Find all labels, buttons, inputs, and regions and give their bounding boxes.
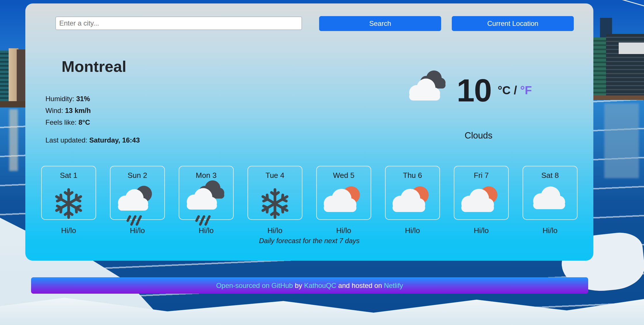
search-button[interactable]: Search	[319, 16, 441, 31]
footer-link[interactable]: Open-sourced on GitHub	[216, 282, 293, 290]
background-building	[592, 37, 607, 95]
background-reflection	[9, 109, 18, 171]
wind-line: Wind: 13 km/h	[45, 107, 91, 115]
background-building	[17, 49, 26, 106]
background-shoreline	[592, 95, 644, 100]
forecast-hilo: Hi/lo	[405, 226, 420, 235]
forecast-hilo: Hi/lo	[336, 226, 351, 235]
forecast-day-label: Sun 2	[128, 171, 147, 180]
forecast-hilo: Hi/lo	[61, 226, 76, 235]
humidity-value: 31%	[76, 95, 90, 103]
wind-label: Wind:	[45, 107, 65, 114]
forecast-card: Mon 3 Hi/lo	[179, 166, 234, 220]
background-building	[619, 43, 644, 54]
background-shoreline	[0, 101, 26, 107]
forecast-card: Sat 1Hi/lo	[41, 166, 96, 220]
footer-link[interactable]: Netlify	[384, 282, 403, 290]
forecast-card: Fri 7 Hi/lo	[454, 166, 509, 220]
forecast-hilo: Hi/lo	[130, 226, 145, 235]
humidity-line: Humidity: 31%	[45, 95, 91, 103]
search-input[interactable]	[56, 17, 302, 30]
forecast-card: Tue 4Hi/lo	[247, 166, 302, 220]
footer-bar: Open-sourced on GitHub by KathouQC and h…	[31, 277, 588, 294]
forecast-row: Sat 1Hi/loSun 2 Hi/loMon 3 Hi/loTue 4Hi/…	[25, 166, 593, 220]
humidity-label: Humidity:	[45, 95, 76, 103]
feels-like-line: Feels like: 8°C	[45, 118, 91, 126]
forecast-hilo: Hi/lo	[267, 226, 282, 235]
forecast-hilo: Hi/lo	[542, 226, 557, 235]
rain-dark-sun-icon	[110, 180, 164, 226]
snow-icon	[248, 180, 302, 226]
city-name: Montreal	[62, 57, 126, 75]
forecast-card: Sat 8 Hi/lo	[523, 166, 578, 220]
footer-text: by	[293, 282, 304, 290]
forecast-card: Sun 2 Hi/lo	[110, 166, 165, 220]
forecast-card: Wed 5 Hi/lo	[316, 166, 371, 220]
weather-condition: Clouds	[434, 130, 523, 141]
forecast-day-label: Sat 1	[60, 171, 77, 180]
forecast-day-label: Thu 6	[403, 171, 422, 180]
forecast-day-label: Fri 7	[474, 171, 489, 180]
snow-icon	[42, 180, 96, 226]
last-updated-value: Saturday, 16:43	[89, 136, 140, 144]
broken-clouds-icon	[399, 70, 453, 110]
forecast-hilo: Hi/lo	[474, 226, 489, 235]
forecast-day-label: Sat 8	[541, 171, 559, 180]
current-conditions: 10 °C / °F	[399, 70, 532, 110]
forecast-day-label: Mon 3	[196, 171, 216, 180]
weather-panel: Search Current Location Montreal Humidit…	[25, 3, 593, 261]
unit-fahrenheit[interactable]: °F	[520, 84, 532, 97]
feels-like-label: Feels like:	[45, 118, 79, 126]
sun-cloud-icon	[454, 180, 508, 226]
sun-cloud-icon	[386, 180, 439, 226]
last-updated-line: Last updated: Saturday, 16:43	[45, 136, 140, 144]
sun-cloud-icon	[317, 180, 371, 226]
wind-value: 13 km/h	[65, 107, 91, 114]
footer-link[interactable]: KathouQC	[304, 282, 336, 290]
cloud-icon	[523, 180, 577, 226]
forecast-card: Thu 6 Hi/lo	[385, 166, 440, 220]
unit-divider: /	[510, 84, 520, 97]
current-location-button[interactable]: Current Location	[452, 16, 574, 31]
rain-dark-cloud-icon	[179, 180, 233, 226]
forecast-note: Daily forecast for the next 7 days	[25, 237, 593, 245]
unit-celsius: °C	[498, 84, 511, 97]
weather-details: Humidity: 31% Wind: 13 km/h Feels like: …	[45, 95, 91, 130]
feels-like-value: 8°C	[79, 118, 90, 126]
forecast-hilo: Hi/lo	[199, 226, 214, 235]
background-reflection	[604, 103, 639, 178]
temperature-value: 10	[457, 72, 491, 109]
forecast-day-label: Wed 5	[333, 171, 355, 180]
last-updated-label: Last updated:	[45, 136, 89, 144]
footer-text: and hosted on	[336, 282, 384, 290]
forecast-day-label: Tue 4	[266, 171, 285, 180]
unit-toggle: °C / °F	[498, 84, 532, 97]
